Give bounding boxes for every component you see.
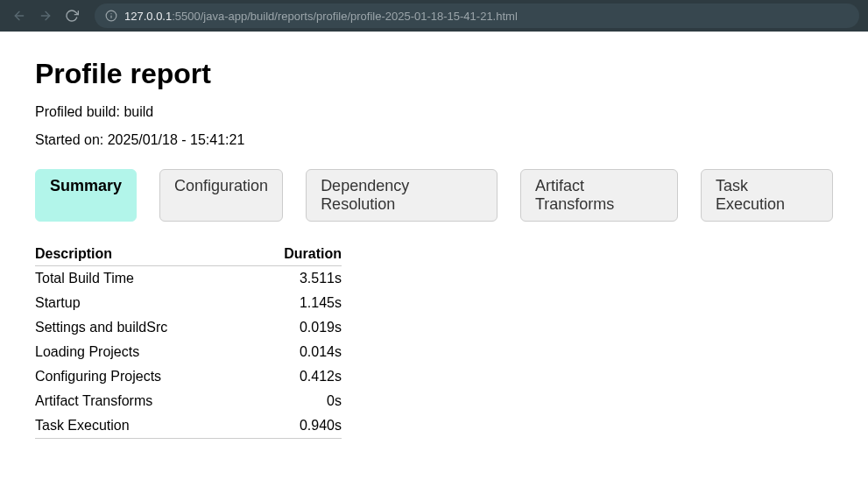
table-row: Artifact Transforms0s: [35, 389, 342, 413]
row-description: Configuring Projects: [35, 364, 249, 389]
url-text: 127.0.0.1:5500/java-app/build/reports/pr…: [124, 10, 518, 23]
row-duration: 1.145s: [249, 291, 342, 315]
table-row: Loading Projects0.014s: [35, 340, 342, 364]
row-description: Task Execution: [35, 413, 249, 439]
summary-table: Description Duration Total Build Time3.5…: [35, 243, 342, 439]
started-on-label: Started on: 2025/01/18 - 15:41:21: [35, 132, 833, 148]
tabs-container: SummaryConfigurationDependency Resolutio…: [35, 169, 833, 222]
row-description: Startup: [35, 291, 249, 315]
profiled-build-label: Profiled build: build: [35, 104, 833, 120]
row-description: Total Build Time: [35, 266, 249, 292]
url-bar[interactable]: 127.0.0.1:5500/java-app/build/reports/pr…: [95, 4, 859, 28]
header-duration: Duration: [249, 243, 342, 266]
forward-button[interactable]: [35, 5, 56, 26]
browser-toolbar: 127.0.0.1:5500/java-app/build/reports/pr…: [0, 0, 868, 32]
page-content: Profile report Profiled build: build Sta…: [0, 32, 868, 465]
info-icon: [105, 10, 117, 22]
table-row: Startup1.145s: [35, 291, 342, 315]
table-row: Total Build Time3.511s: [35, 266, 342, 292]
url-host: 127.0.0.1: [124, 10, 172, 23]
url-path: :5500/java-app/build/reports/profile/pro…: [172, 10, 518, 23]
row-duration: 3.511s: [249, 266, 342, 292]
back-button[interactable]: [9, 5, 30, 26]
page-title: Profile report: [35, 58, 833, 90]
reload-button[interactable]: [61, 5, 82, 26]
row-duration: 0.014s: [249, 340, 342, 364]
row-duration: 0.412s: [249, 364, 342, 389]
row-duration: 0s: [249, 389, 342, 413]
table-row: Configuring Projects0.412s: [35, 364, 342, 389]
table-header-row: Description Duration: [35, 243, 342, 266]
tab-summary[interactable]: Summary: [35, 169, 137, 222]
table-row: Task Execution0.940s: [35, 413, 342, 439]
tab-dependency-resolution[interactable]: Dependency Resolution: [306, 169, 498, 222]
arrow-left-icon: [12, 9, 26, 23]
row-description: Loading Projects: [35, 340, 249, 364]
tab-artifact-transforms[interactable]: Artifact Transforms: [520, 169, 678, 222]
table-row: Settings and buildSrc0.019s: [35, 315, 342, 340]
header-description: Description: [35, 243, 249, 266]
tab-configuration[interactable]: Configuration: [159, 169, 283, 222]
row-duration: 0.019s: [249, 315, 342, 340]
reload-icon: [65, 9, 79, 23]
arrow-right-icon: [39, 9, 53, 23]
row-description: Artifact Transforms: [35, 389, 249, 413]
row-duration: 0.940s: [249, 413, 342, 439]
tab-task-execution[interactable]: Task Execution: [701, 169, 833, 222]
row-description: Settings and buildSrc: [35, 315, 249, 340]
